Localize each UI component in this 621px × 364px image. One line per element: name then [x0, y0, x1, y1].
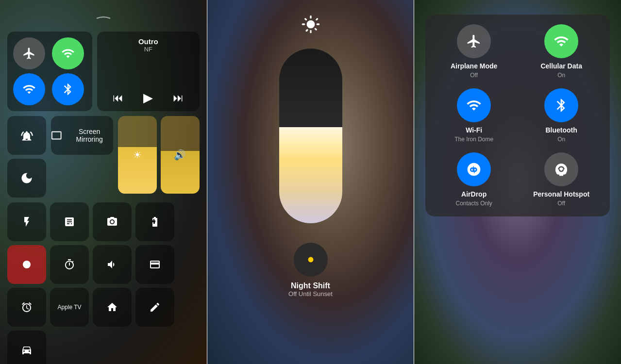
cellular-data-sublabel: On: [557, 72, 565, 79]
volume-icon: 🔊: [174, 149, 186, 161]
cellular-data-label: Cellular Data: [540, 62, 582, 70]
notes-button[interactable]: [135, 288, 174, 327]
airdrop-circle: [457, 152, 491, 186]
wifi-circle: [457, 88, 491, 122]
media-controls: ⏮ ▶ ⏭: [103, 90, 194, 105]
cellular-data-item[interactable]: Cellular Data On: [522, 24, 600, 79]
apple-tv-button[interactable]: Apple TV: [50, 288, 89, 327]
cellular-data-circle: [544, 24, 578, 58]
alarm-button[interactable]: [7, 288, 46, 327]
slider-group: ☀ 🔊: [118, 116, 200, 198]
airplane-mode-sublabel: Off: [470, 72, 478, 79]
screen-record-button[interactable]: [7, 245, 46, 284]
airdrop-sublabel: Contacts Only: [455, 200, 492, 207]
middle-row: Screen Mirroring ☀ 🔊: [7, 116, 200, 198]
night-shift-label: Night Shift: [291, 281, 330, 290]
panel3-connectivity: Airplane Mode Off Cellular Data On: [414, 0, 621, 364]
partial-icon-row: [7, 331, 200, 364]
panel1-control-center: Outro NF ⏮ ▶ ⏭: [0, 0, 207, 364]
airdrop-item[interactable]: AirDrop Contacts Only: [435, 152, 513, 207]
media-artist: NF: [103, 46, 194, 53]
wifi-button[interactable]: [13, 73, 45, 105]
flashlight-button[interactable]: [7, 202, 46, 241]
wifi-item[interactable]: Wi-Fi The Iron Dome: [435, 88, 513, 143]
brightness-slider[interactable]: ☀: [118, 116, 157, 194]
bluetooth-label: Bluetooth: [546, 126, 577, 134]
airplane-mode-circle: [457, 24, 491, 58]
rotation-lock-button[interactable]: [7, 116, 46, 155]
wifi-sublabel: The Iron Dome: [454, 136, 493, 143]
camera-button[interactable]: [93, 202, 132, 241]
icon-row-3: Apple TV: [7, 288, 200, 327]
panel2-brightness: Night Shift Off Until Sunset: [207, 0, 414, 364]
bluetooth-sublabel: On: [557, 136, 565, 143]
battery-button[interactable]: [135, 202, 174, 241]
apple-tv-label: Apple TV: [57, 304, 81, 311]
bluetooth-item[interactable]: Bluetooth On: [522, 88, 600, 143]
bluetooth-button[interactable]: [52, 73, 84, 105]
night-shift-button[interactable]: [294, 243, 328, 277]
airplane-mode-label: Airplane Mode: [451, 62, 497, 70]
night-shift-sublabel: Off Until Sunset: [288, 290, 333, 298]
hotspot-circle: [544, 152, 578, 186]
media-player: Outro NF ⏮ ▶ ⏭: [97, 32, 200, 111]
rewind-button[interactable]: ⏮: [113, 92, 123, 104]
airplane-mode-item[interactable]: Airplane Mode Off: [435, 24, 513, 79]
airplane-mode-button[interactable]: [13, 37, 45, 69]
cellular-data-button[interactable]: [52, 37, 84, 69]
calculator-button[interactable]: [50, 202, 89, 241]
hotspot-label: Personal Hotspot: [533, 190, 589, 198]
svg-point-0: [23, 261, 31, 268]
top-row: Outro NF ⏮ ▶ ⏭: [7, 32, 200, 111]
drag-handle[interactable]: [7, 15, 200, 22]
media-info: Outro NF: [103, 37, 194, 53]
do-not-disturb-button[interactable]: [7, 159, 46, 198]
brightness-light-half: [279, 127, 342, 223]
bluetooth-circle: [544, 88, 578, 122]
small-btn-group: [7, 116, 46, 198]
wifi-label: Wi-Fi: [466, 126, 482, 134]
play-button[interactable]: ▶: [143, 90, 153, 105]
brightness-pill[interactable]: [279, 49, 342, 223]
brightness-icon: ☀: [133, 149, 142, 161]
home-button[interactable]: [93, 288, 132, 327]
icon-row-1: [7, 202, 200, 241]
wallet-button[interactable]: [135, 245, 174, 284]
hotspot-item[interactable]: Personal Hotspot Off: [522, 152, 600, 207]
voice-memos-button[interactable]: [93, 245, 132, 284]
forward-button[interactable]: ⏭: [173, 92, 184, 104]
timer-button[interactable]: [50, 245, 89, 284]
airdrop-label: AirDrop: [461, 190, 487, 198]
car-button[interactable]: [7, 331, 46, 364]
icon-row-2: [7, 245, 200, 284]
connectivity-group: [7, 32, 92, 111]
sun-icon: [301, 15, 320, 34]
hotspot-sublabel: Off: [557, 200, 565, 207]
connectivity-card: Airplane Mode Off Cellular Data On: [425, 15, 610, 216]
media-title: Outro: [103, 37, 194, 46]
screen-mirroring-label: Screen Mirroring: [66, 128, 113, 143]
brightness-dark-half: [279, 49, 342, 127]
screen-mirroring-button[interactable]: Screen Mirroring: [51, 116, 113, 155]
volume-slider[interactable]: 🔊: [161, 116, 200, 194]
